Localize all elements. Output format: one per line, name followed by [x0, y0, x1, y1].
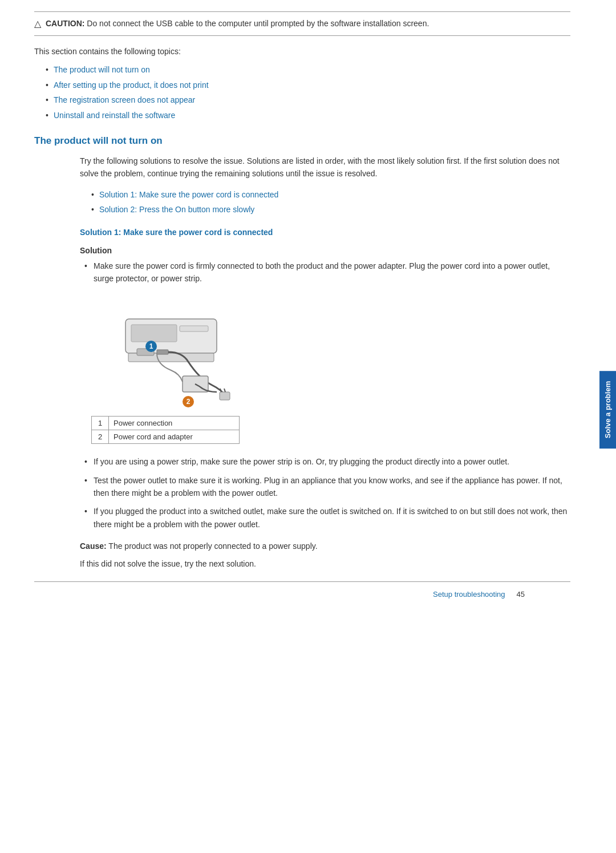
topic-link-uninstall[interactable]: Uninstall and reinstall the software	[54, 111, 175, 120]
table-cell-num: 2	[92, 430, 109, 444]
list-item: After setting up the product, it does no…	[46, 79, 570, 91]
svg-rect-5	[157, 350, 168, 354]
list-item: Solution 1: Make sure the power cord is …	[91, 188, 570, 201]
svg-line-12	[220, 389, 221, 392]
cause-body: The product was not properly connected t…	[108, 541, 317, 551]
topic-link-registration[interactable]: The registration screen does not appear	[54, 95, 195, 104]
table-cell-label: Power cord and adapter	[109, 430, 240, 444]
footer-link[interactable]: Setup troubleshooting	[433, 590, 505, 599]
table-row: 2 Power cord and adapter	[92, 430, 240, 444]
next-solution-text: If this did not solve the issue, try the…	[80, 557, 570, 570]
list-item: The registration screen does not appear	[46, 94, 570, 106]
cause-label: Cause:	[80, 541, 107, 551]
svg-rect-11	[220, 392, 230, 400]
table-cell-num: 1	[92, 417, 109, 430]
table-cell-label: Power connection	[109, 417, 240, 430]
solution-link-list: Solution 1: Make sure the power cord is …	[80, 188, 570, 216]
caution-triangle-icon: △	[34, 18, 41, 29]
cause-paragraph: Cause: The product was not properly conn…	[80, 540, 570, 552]
caution-body: Do not connect the USB cable to the comp…	[87, 19, 429, 28]
page-number: 45	[517, 590, 525, 599]
subsection-heading-sol1: Solution 1: Make sure the power cord is …	[80, 228, 570, 237]
main-content: △ CAUTION: Do not connect the USB cable …	[34, 0, 570, 627]
indented-block: Try the following solutions to resolve t…	[80, 155, 570, 570]
solution-link-1[interactable]: Solution 1: Make sure the power cord is …	[99, 190, 278, 199]
main-section-heading: The product will not turn on	[34, 135, 570, 147]
bottom-rule	[34, 581, 570, 582]
svg-text:2: 2	[187, 398, 191, 406]
caution-box: △ CAUTION: Do not connect the USB cable …	[34, 11, 570, 36]
list-item: If you plugged the product into a switch…	[80, 505, 570, 531]
section-intro: This section contains the following topi…	[34, 45, 570, 58]
list-item: Test the power outlet to make sure it is…	[80, 474, 570, 500]
svg-text:1: 1	[149, 342, 153, 350]
list-item: The product will not turn on	[46, 63, 570, 76]
diagram-table: 1 Power connection 2 Power cord and adap…	[91, 416, 240, 444]
printer-diagram: 1 2	[91, 296, 240, 416]
remaining-bullet-list: If you are using a power strip, make sur…	[80, 455, 570, 531]
list-item: Make sure the power cord is firmly conne…	[80, 260, 570, 285]
body-intro-paragraph: Try the following solutions to resolve t…	[80, 155, 570, 180]
footer-bar: Setup troubleshooting 45	[34, 584, 570, 604]
diagram-image-area: 1 2	[91, 296, 570, 444]
topic-link-turn-on[interactable]: The product will not turn on	[54, 65, 150, 74]
topic-list: The product will not turn on After setti…	[34, 63, 570, 122]
table-row: 1 Power connection	[92, 417, 240, 430]
svg-line-13	[224, 389, 225, 392]
solution-link-2[interactable]: Solution 2: Press the On button more slo…	[99, 205, 254, 214]
caution-text: CAUTION: Do not connect the USB cable to…	[46, 18, 429, 30]
first-bullet-list: Make sure the power cord is firmly conne…	[80, 260, 570, 285]
side-tab[interactable]: Solve a problem	[599, 370, 616, 448]
list-item: Solution 2: Press the On button more slo…	[91, 203, 570, 216]
solution-label: Solution	[80, 246, 570, 255]
svg-rect-2	[180, 326, 208, 332]
svg-rect-1	[131, 325, 177, 342]
page-wrapper: Solve a problem △ CAUTION: Do not connec…	[0, 0, 616, 853]
list-item: Uninstall and reinstall the software	[46, 109, 570, 122]
caution-label: CAUTION:	[46, 19, 84, 28]
list-item: If you are using a power strip, make sur…	[80, 455, 570, 468]
topic-link-print[interactable]: After setting up the product, it does no…	[54, 80, 209, 90]
